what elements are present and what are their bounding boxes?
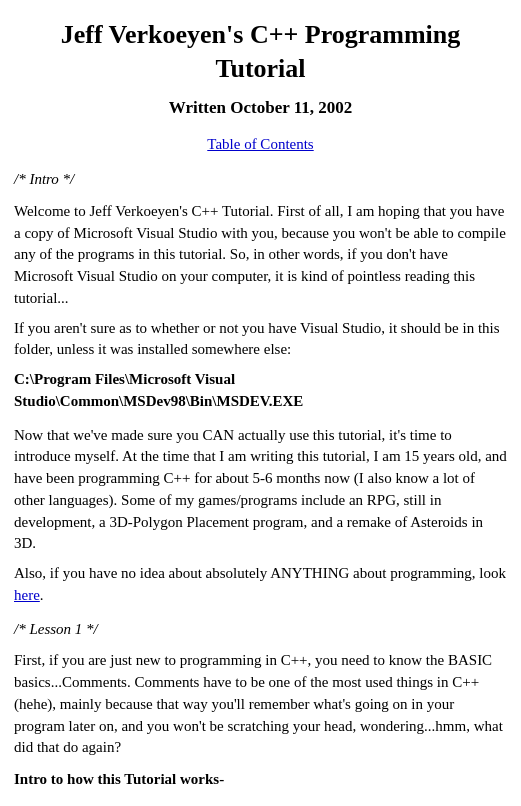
lesson1-header: /* Lesson 1 */ <box>14 619 507 641</box>
intro-header: /* Intro */ <box>14 169 507 191</box>
lesson1-paragraph-1: First, if you are just new to programmin… <box>14 650 507 759</box>
table-of-contents-link[interactable]: Table of Contents <box>14 134 507 155</box>
intro-paragraph-3: Now that we've made sure you CAN actuall… <box>14 425 507 556</box>
intro-p4-end: . <box>40 587 44 603</box>
here-link[interactable]: here <box>14 587 40 603</box>
intro-p4-text: Also, if you have no idea about absolute… <box>14 565 506 581</box>
new-commands-label: Any new commands will be indented, like … <box>14 801 507 806</box>
intro-paragraph-2: If you aren't sure as to whether or not … <box>14 318 507 362</box>
intro-tutorial-works-label: Intro to how this Tutorial works- <box>14 769 507 791</box>
intro-paragraph-1: Welcome to Jeff Verkoeyen's C++ Tutorial… <box>14 201 507 310</box>
filepath-text: C:\Program Files\Microsoft Visual Studio… <box>14 369 507 413</box>
intro-paragraph-4: Also, if you have no idea about absolute… <box>14 563 507 607</box>
page-title: Jeff Verkoeyen's C++ Programming Tutoria… <box>14 18 507 86</box>
subtitle: Written October 11, 2002 <box>14 96 507 121</box>
